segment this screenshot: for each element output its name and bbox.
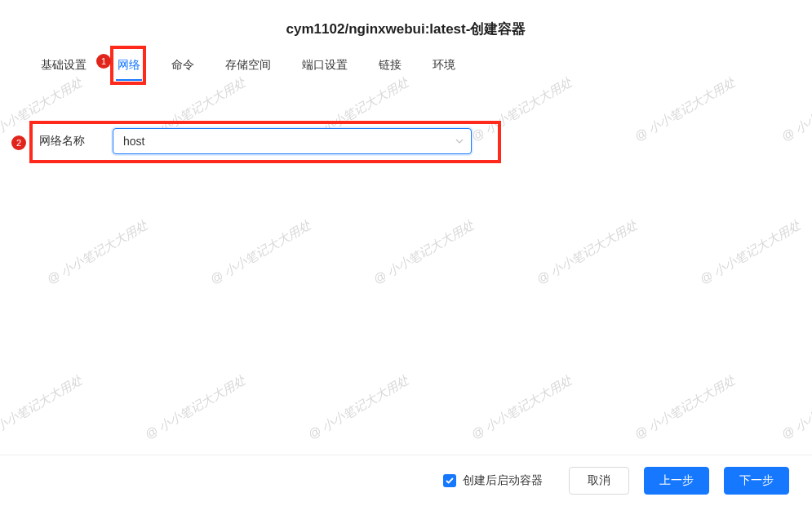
watermark: @ 小小笔记大大用处 (0, 372, 86, 442)
start-after-create-label: 创建后启动容器 (463, 473, 543, 488)
checkbox-checked-icon (443, 474, 456, 487)
watermark: @ 小小笔记大大用处 (632, 372, 739, 442)
network-name-select[interactable] (113, 128, 472, 154)
tab-storage[interactable]: 存储空间 (224, 51, 273, 79)
tab-network[interactable]: 网络 (116, 51, 142, 79)
annotation-marker-1: 1 (96, 54, 111, 69)
watermark: @ 小小笔记大大用处 (371, 217, 477, 287)
watermark: @ 小小笔记大大用处 (779, 372, 812, 442)
watermark: @ 小小笔记大大用处 (535, 217, 641, 287)
next-button[interactable]: 下一步 (724, 467, 789, 495)
footer: 创建后启动容器 取消 上一步 下一步 (0, 455, 812, 506)
watermark: @ 小小笔记大大用处 (143, 372, 249, 442)
watermark: @ 小小笔记大大用处 (208, 217, 314, 287)
tab-basic-settings[interactable]: 基础设置 (39, 51, 88, 79)
watermark: @ 小小笔记大大用处 (45, 217, 151, 287)
tab-environment[interactable]: 环境 (431, 51, 457, 79)
page-title: cym1102/nginxwebui:latest-创建容器 (0, 0, 812, 42)
network-name-row: 网络名称 (39, 128, 773, 154)
network-name-label: 网络名称 (39, 134, 88, 149)
tab-command[interactable]: 命令 (170, 51, 196, 79)
watermark: @ 小小笔记大大用处 (306, 372, 412, 442)
start-after-create-checkbox[interactable]: 创建后启动容器 (443, 473, 543, 488)
prev-button[interactable]: 上一步 (644, 467, 709, 495)
tab-links[interactable]: 链接 (377, 51, 403, 79)
watermark: @ 小小笔记大大用处 (698, 217, 804, 287)
network-name-input[interactable] (113, 128, 472, 154)
annotation-marker-2: 2 (11, 135, 26, 150)
watermark: @ 小小笔记大大用处 (469, 372, 575, 442)
tab-ports[interactable]: 端口设置 (300, 51, 349, 79)
tabs: 基础设置 网络 命令 存储空间 端口设置 链接 环境 (0, 42, 812, 79)
cancel-button[interactable]: 取消 (569, 467, 629, 495)
